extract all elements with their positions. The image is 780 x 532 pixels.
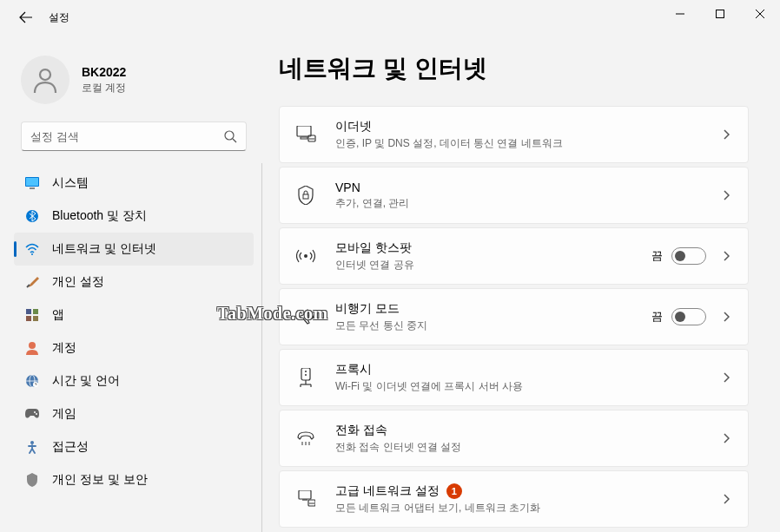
person-icon (30, 64, 61, 95)
card-hotspot[interactable]: 모바일 핫스팟 인터넷 연결 공유 끔 (279, 227, 749, 285)
svg-point-25 (30, 441, 34, 444)
svg-rect-44 (299, 490, 311, 499)
svg-point-35 (305, 371, 307, 372)
svg-point-4 (40, 69, 50, 80)
nav-label: 앱 (52, 307, 64, 323)
card-title: VPN (335, 181, 720, 194)
back-arrow-icon (19, 10, 33, 24)
card-sub: 전화 접속 인터넷 연결 설정 (335, 440, 720, 455)
minimize-icon (676, 10, 684, 18)
card-ethernet[interactable]: 이더넷 인증, IP 및 DNS 설정, 데이터 통신 연결 네트워크 (279, 106, 749, 163)
card-vpn[interactable]: VPN 추가, 연결, 관리 (279, 167, 749, 224)
search-input[interactable] (30, 130, 223, 143)
card-title: 프록시 (335, 362, 720, 378)
nav-label: Bluetooth 및 장치 (52, 208, 147, 224)
gamepad-icon (24, 406, 40, 422)
hotspot-icon (295, 246, 316, 266)
nav-item-bluetooth[interactable]: Bluetooth 및 장치 (14, 200, 254, 233)
close-icon (756, 10, 764, 18)
nav-label: 시간 및 언어 (52, 373, 120, 389)
card-dialup[interactable]: 전화 접속 전화 접속 인터넷 연결 설정 (279, 410, 749, 467)
card-advanced-network[interactable]: 고급 네트워크 설정 1 모든 네트워크 어댑터 보기, 네트워크 초기화 (279, 470, 749, 528)
brush-icon (24, 274, 40, 290)
card-sub: 모든 무선 통신 중지 (335, 319, 651, 333)
card-title: 전화 접속 (335, 423, 720, 438)
nav-item-network[interactable]: 네트워크 및 인터넷 (14, 233, 254, 266)
card-sub: 모든 네트워크 어댑터 보기, 네트워크 초기화 (335, 501, 720, 516)
nav-label: 계정 (52, 340, 76, 356)
nav-item-gaming[interactable]: 게임 (14, 397, 254, 430)
svg-rect-8 (26, 178, 38, 186)
avatar (21, 56, 69, 104)
svg-point-5 (225, 131, 234, 140)
main-content: 네트워크 및 인터넷 이더넷 인증, IP 및 DNS 설정, 데이터 통신 연… (261, 35, 780, 532)
nav-label: 시스템 (52, 175, 89, 191)
maximize-icon (716, 10, 724, 18)
card-sub: 인터넷 연결 공유 (335, 258, 651, 273)
svg-rect-32 (303, 194, 308, 199)
svg-rect-9 (30, 187, 35, 189)
nav-label: 네트워크 및 인터넷 (52, 241, 156, 257)
nav-item-apps[interactable]: 앱 (14, 299, 254, 332)
svg-point-24 (36, 413, 37, 415)
hotspot-toggle[interactable] (671, 247, 706, 265)
ethernet-icon (295, 124, 316, 145)
card-title: 비행기 모드 (335, 301, 651, 317)
chevron-right-icon (720, 371, 732, 384)
nav-label: 개인 정보 및 보안 (52, 472, 148, 488)
svg-line-6 (233, 139, 236, 142)
nav: 시스템 Bluetooth 및 장치 네트워크 및 인터넷 개인 설정 앱 계정 (7, 167, 261, 496)
monitor-icon (24, 175, 40, 191)
svg-rect-26 (297, 126, 311, 136)
nav-item-accessibility[interactable]: 접근성 (14, 430, 254, 463)
nav-label: 개인 설정 (52, 274, 104, 290)
svg-rect-13 (33, 309, 38, 314)
sidebar: BK2022 로컬 계정 시스템 Bluetooth 및 장치 네트워크 및 인… (0, 35, 261, 532)
card-sub: 추가, 연결, 관리 (335, 196, 720, 211)
chevron-right-icon (720, 493, 732, 505)
nav-item-privacy[interactable]: 개인 정보 및 보안 (14, 463, 254, 496)
svg-rect-15 (33, 316, 38, 321)
nav-item-personalization[interactable]: 개인 설정 (14, 266, 254, 299)
window-controls (660, 0, 780, 28)
card-title: 모바일 핫스팟 (335, 240, 651, 256)
card-title: 이더넷 (335, 119, 720, 135)
svg-rect-12 (26, 309, 31, 314)
titlebar: 설정 (0, 0, 780, 35)
accessibility-icon (24, 439, 40, 455)
airplane-toggle[interactable] (671, 308, 706, 325)
vpn-shield-icon (295, 185, 316, 206)
nav-label: 게임 (52, 406, 76, 422)
toggle-state-label: 끔 (651, 309, 663, 325)
svg-point-16 (29, 342, 36, 349)
svg-rect-27 (301, 137, 307, 139)
chevron-right-icon (720, 432, 732, 444)
maximize-button[interactable] (700, 0, 740, 28)
chevron-right-icon (720, 189, 732, 201)
minimize-button[interactable] (660, 0, 700, 28)
card-airplane[interactable]: 비행기 모드 모든 무선 통신 중지 끔 (279, 288, 749, 345)
back-button[interactable] (10, 2, 42, 33)
profile-section[interactable]: BK2022 로컬 계정 (7, 42, 261, 122)
search-box[interactable] (21, 122, 247, 151)
chevron-right-icon (720, 311, 732, 323)
close-button[interactable] (740, 0, 780, 28)
card-title: 고급 네트워크 설정 1 (335, 483, 720, 499)
proxy-icon (295, 367, 316, 388)
page-title: 네트워크 및 인터넷 (279, 52, 749, 85)
nav-item-accounts[interactable]: 계정 (14, 332, 254, 365)
card-sub: 인증, IP 및 DNS 설정, 데이터 통신 연결 네트워크 (335, 136, 720, 151)
bluetooth-icon (24, 208, 40, 224)
airplane-icon (295, 306, 316, 327)
svg-point-23 (34, 411, 36, 413)
nav-item-time-language[interactable]: 시간 및 언어 (14, 365, 254, 397)
wifi-icon (24, 241, 40, 257)
profile-sub: 로컬 계정 (82, 81, 126, 95)
shield-icon (24, 472, 40, 488)
badge: 1 (446, 483, 462, 499)
svg-rect-14 (26, 316, 31, 321)
nav-item-system[interactable]: 시스템 (14, 167, 254, 200)
card-proxy[interactable]: 프록시 Wi-Fi 및 이더넷 연결에 프록시 서버 사용 (279, 349, 749, 406)
profile-name: BK2022 (82, 65, 126, 79)
svg-rect-1 (717, 10, 724, 18)
